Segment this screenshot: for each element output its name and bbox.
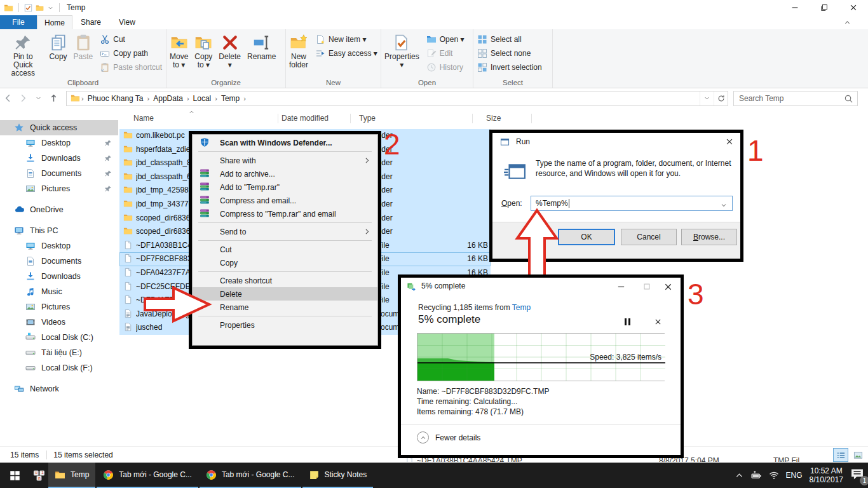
sidebar-item-music[interactable]: Music [0,284,118,299]
tab-file[interactable]: File [0,15,37,29]
close-button[interactable] [839,0,868,15]
search-input[interactable]: Search Temp [733,91,858,106]
chevright-icon [363,227,371,236]
ribbon-button-new-item--[interactable]: New item ▾ [311,32,381,46]
tray-chevron-icon[interactable] [735,471,744,480]
back-icon[interactable] [0,91,15,106]
collapse-ribbon-icon[interactable] [843,18,851,27]
column-header-size[interactable]: Size [486,114,501,123]
refresh-icon[interactable] [714,92,728,105]
cancel-progress-button[interactable] [654,318,662,326]
sidebar-item-videos[interactable]: Videos [0,315,118,330]
taskbar-button-tab-m-i---google-c---[interactable]: Tab mới - Google C... [97,463,198,488]
ribbon-button-history[interactable]: History [423,60,468,74]
ribbon-button-select-none[interactable]: Select none [473,46,546,60]
menu-item-scan-with-windows-defender---[interactable]: Scan with Windows Defender... [193,136,377,149]
action-center-icon[interactable]: 1 [850,467,867,484]
sidebar-item-network[interactable]: Network [0,381,118,396]
breadcrumb-item[interactable]: Local [191,94,214,103]
sidebar-item-documents[interactable]: Documents [0,254,118,269]
close-icon[interactable] [725,137,734,146]
ribbon-button-edit[interactable]: Edit [423,46,468,60]
sidebar-item-pictures[interactable]: Pictures [0,181,118,196]
column-header-name[interactable]: Name [133,114,154,123]
menu-item-create-shortcut[interactable]: Create shortcut [193,274,377,287]
ribbon-button-delete--[interactable]: Delete▾ [216,31,243,71]
menu-item-send-to[interactable]: Send to [193,225,377,238]
ribbon-button-paste-shortcut[interactable]: Paste shortcut [96,60,166,74]
tab-home[interactable]: Home [37,15,72,29]
sidebar-item-pictures[interactable]: Pictures [0,299,118,315]
ribbon-button-copy[interactable]: Copy [47,31,70,62]
ribbon-button-select-all[interactable]: Select all [473,32,546,46]
temp-link[interactable]: Temp [512,303,531,312]
tab-share[interactable]: Share [72,15,109,29]
ribbon-button-properties--[interactable]: Properties▾ [382,31,422,71]
column-header-type[interactable]: Type [359,114,376,123]
language-indicator[interactable]: ENG [786,471,803,480]
clock[interactable]: 10:52 AM 8/10/2017 [810,466,843,484]
menu-item-add-to-archive---[interactable]: Add to archive... [193,167,377,180]
ribbon-button-paste[interactable]: Paste [71,31,96,62]
ribbon-button-copy-path[interactable]: Copy path [96,46,166,60]
address-dropdown-icon[interactable] [700,92,714,105]
menu-item-cut[interactable]: Cut [193,243,377,256]
ribbon-button-new-folder[interactable]: Newfolder [287,31,311,71]
ribbon-button-rename[interactable]: Rename [245,31,278,62]
minimize-icon[interactable] [616,282,626,292]
taskbar-button-tab-m-i---google-c---[interactable]: Tab mới - Google C... [200,463,301,488]
recent-locations-icon[interactable] [31,91,46,106]
thumbnail-view-button[interactable] [850,448,865,462]
sidebar-item-downloads[interactable]: Downloads [0,269,118,284]
ribbon-button-copy-to--[interactable]: Copyto ▾ [192,31,215,71]
sidebar-item-local-disk--f--[interactable]: Local Disk (F:) [0,360,118,376]
ribbon-button-pin-to-quick-access[interactable]: Pin to Quickaccess [1,31,46,79]
menu-item-copy[interactable]: Copy [193,256,377,269]
forward-icon[interactable] [15,91,31,106]
fewer-details-button[interactable]: Fewer details [417,431,480,444]
menu-item-add-to--temp-rar-[interactable]: Add to "Temp.rar" [193,180,377,194]
details-view-button[interactable] [833,448,848,462]
column-header-date[interactable]: Date modified [281,114,329,123]
menu-item-properties[interactable]: Properties [193,318,377,332]
sidebar-item-documents[interactable]: Documents [0,166,118,181]
sidebar-item-quick-access[interactable]: Quick access [0,120,118,135]
taskbar-button-sticky-notes[interactable]: Sticky Notes [302,463,374,488]
menu-item-share-with[interactable]: Share with [193,154,377,167]
taskbar-button-temp[interactable]: Temp [48,463,95,488]
breadcrumb-item[interactable]: AppData [151,94,186,103]
ribbon-button-easy-access--[interactable]: Easy access ▾ [311,46,381,60]
sidebar-item-onedrive[interactable]: OneDrive [0,202,118,217]
breadcrumb-item[interactable]: Temp [219,94,242,103]
up-icon[interactable] [46,91,61,106]
start-button[interactable] [0,463,29,488]
ribbon-button-open--[interactable]: Open ▾ [423,32,468,46]
minimize-button[interactable] [780,0,810,15]
sidebar-item-desktop[interactable]: Desktop [0,238,118,254]
battery-icon[interactable] [751,470,762,481]
unikey-icon[interactable]: uin [29,463,48,488]
ribbon-button-move-to--[interactable]: Moveto ▾ [167,31,191,71]
ribbon-button-cut[interactable]: Cut [96,32,166,46]
sidebar-item-desktop[interactable]: Desktop [0,135,118,151]
ribbon-button-invert-selection[interactable]: Invert selection [473,60,546,74]
menu-item-delete[interactable]: Delete [193,287,377,301]
sidebar-item-local-disk--c--[interactable]: Local Disk (C:) [0,330,118,345]
restore-button[interactable] [810,0,839,15]
sidebar-item-this-pc[interactable]: This PC [0,223,118,238]
pause-button[interactable] [625,318,630,325]
browse-button[interactable]: Browse... [681,229,737,245]
address-bar[interactable]: ›Phuoc Khang Ta›AppData›Local›Temp› [66,91,728,106]
ok-button[interactable]: OK [558,229,615,245]
tab-view[interactable]: View [109,15,145,29]
menu-item-rename[interactable]: Rename [193,301,377,314]
wifi-icon[interactable] [769,470,779,480]
close-icon[interactable] [663,282,673,292]
breadcrumb-item[interactable]: Phuoc Khang Ta [85,94,146,103]
open-combobox[interactable]: %Temp% [531,196,733,211]
cancel-button[interactable]: Cancel [621,229,677,245]
sidebar-item-t-i-li-u---e--[interactable]: Tài liệu (E:) [0,345,118,360]
menu-item-compress-to--temp-rar--and-email[interactable]: Compress to "Temp.rar" and email [193,207,377,220]
sidebar-item-downloads[interactable]: Downloads [0,151,118,166]
menu-item-compress-and-email---[interactable]: Compress and email... [193,194,377,207]
